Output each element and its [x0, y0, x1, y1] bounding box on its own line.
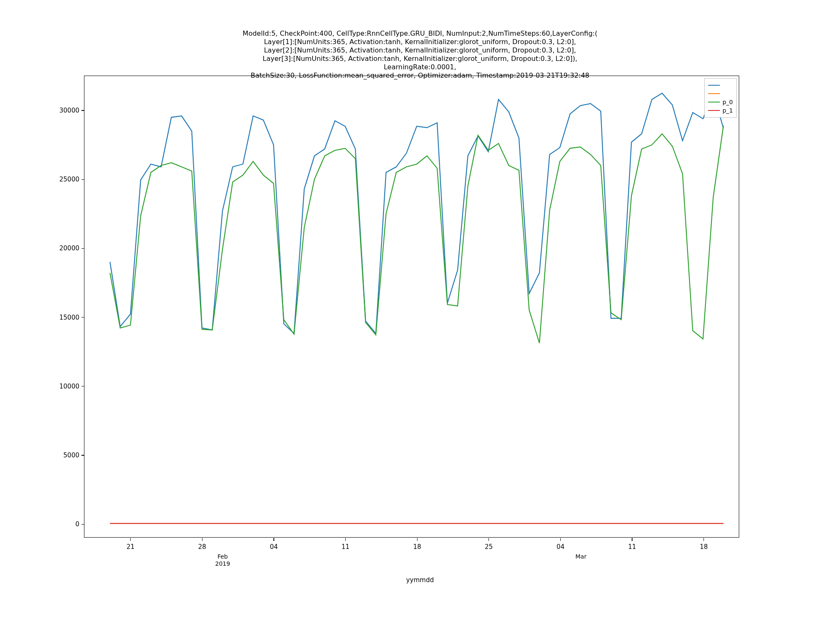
- xtick-mark: [130, 538, 131, 541]
- ytick-label: 15000: [46, 314, 79, 321]
- legend-row: [708, 81, 733, 89]
- ytick-mark: [81, 110, 84, 110]
- ytick-mark: [81, 317, 84, 318]
- xtick-label: 21: [118, 543, 143, 551]
- ytick-label: 25000: [46, 176, 79, 183]
- legend-label: p_1: [722, 107, 733, 114]
- xtick-sublabel: Feb 2019: [210, 553, 235, 567]
- ytick-mark: [81, 248, 84, 249]
- xtick-label: 28: [189, 543, 215, 551]
- xtick-label: 04: [548, 543, 573, 551]
- legend-label: p_0: [722, 99, 733, 105]
- ytick-label: 20000: [46, 244, 79, 252]
- ytick-mark: [81, 386, 84, 386]
- page: ModelId:5, CheckPoint:400, CellType:RnnC…: [0, 0, 840, 630]
- xtick-mark: [632, 538, 632, 541]
- legend-swatch: [708, 102, 720, 102]
- xtick-mark: [704, 538, 704, 541]
- series-line: [110, 93, 724, 333]
- xtick-mark: [488, 538, 489, 541]
- xtick-mark: [273, 538, 274, 541]
- legend-box: p_0p_1: [704, 78, 737, 118]
- xtick-label: 18: [404, 543, 430, 551]
- xtick-label: 11: [333, 543, 358, 551]
- legend-row: [708, 89, 733, 98]
- legend-swatch: [708, 85, 720, 86]
- chart-title: ModelId:5, CheckPoint:400, CellType:RnnC…: [0, 29, 840, 80]
- ytick-mark: [81, 524, 84, 525]
- xtick-sublabel: Mar: [568, 553, 593, 560]
- ytick-label: 30000: [46, 107, 79, 114]
- xtick-label: 25: [476, 543, 501, 551]
- xtick-label: 04: [261, 543, 286, 551]
- xtick-mark: [417, 538, 417, 541]
- xtick-label: 11: [620, 543, 645, 551]
- x-axis-label: yymmdd: [0, 576, 840, 584]
- xtick-mark: [345, 538, 346, 541]
- ytick-label: 0: [46, 520, 79, 528]
- ytick-label: 5000: [46, 452, 79, 459]
- ytick-mark: [81, 455, 84, 455]
- xtick-mark: [560, 538, 561, 541]
- legend-row: p_0: [708, 98, 733, 106]
- series-line: [110, 126, 724, 343]
- plot-area[interactable]: p_0p_1 050001000015000200002500030000212…: [84, 76, 739, 538]
- chart-lines-svg: [84, 76, 739, 537]
- ytick-label: 10000: [46, 383, 79, 390]
- legend-swatch: [708, 93, 720, 94]
- xtick-mark: [202, 538, 202, 541]
- legend-row: p_1: [708, 106, 733, 115]
- ytick-mark: [81, 179, 84, 180]
- legend-swatch: [708, 110, 720, 111]
- xtick-label: 18: [691, 543, 717, 551]
